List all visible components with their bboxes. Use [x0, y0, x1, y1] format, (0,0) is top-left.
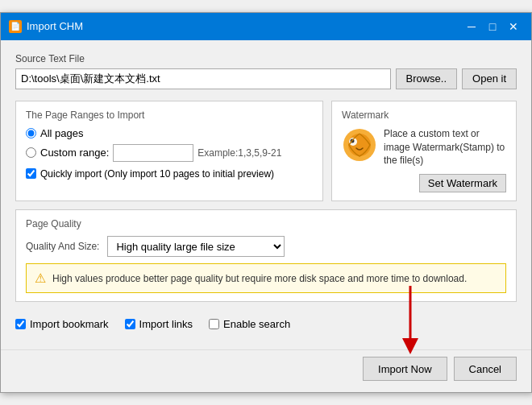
import-links-checkbox[interactable] [125, 319, 135, 329]
custom-range-radio[interactable] [26, 147, 36, 158]
close-button[interactable]: ✕ [504, 18, 523, 35]
file-row: Browse.. Open it [15, 68, 517, 89]
all-pages-radio[interactable] [26, 128, 36, 138]
title-bar-controls: ─ □ ✕ [462, 18, 523, 35]
arrow-icon [394, 286, 426, 358]
import-links-item: Import links [125, 318, 193, 330]
page-ranges-title: The Page Ranges to Import [26, 110, 313, 121]
import-links-label: Import links [139, 318, 193, 330]
title-bar: 📄 Import CHM ─ □ ✕ [1, 13, 531, 40]
maximize-button[interactable]: □ [483, 18, 502, 35]
quickly-import-checkbox[interactable] [26, 168, 36, 179]
window-title: Import CHM [27, 20, 83, 32]
custom-range-label: Custom range: [40, 147, 109, 159]
import-bookmark-label: Import bookmark [30, 318, 109, 330]
quality-panel: Page Quality Quality And Size: High qual… [15, 209, 517, 302]
watermark-panel: Watermark Place a custom text or image W… [331, 101, 517, 201]
set-watermark-button[interactable]: Set Watermark [419, 174, 506, 192]
all-pages-label: All pages [40, 127, 83, 139]
import-bookmark-item: Import bookmark [15, 318, 109, 330]
minimize-button[interactable]: ─ [462, 18, 481, 35]
quickly-import-label: Quickly import (Only import 10 pages to … [40, 168, 274, 180]
watermark-description: Place a custom text or image Watermark(S… [384, 127, 506, 167]
arrow-container [394, 286, 426, 361]
page-ranges-panel: The Page Ranges to Import All pages Cust… [15, 101, 323, 201]
watermark-title: Watermark [342, 110, 389, 121]
window-icon: 📄 [9, 20, 22, 33]
all-pages-row: All pages [26, 127, 313, 139]
file-path-input[interactable] [15, 68, 391, 89]
quality-select[interactable]: High quality large file size Medium qual… [107, 236, 285, 257]
svg-marker-5 [402, 338, 418, 354]
title-bar-left: 📄 Import CHM [9, 20, 83, 33]
dialog-footer: Import Now Cancel [1, 349, 531, 392]
import-bookmark-checkbox[interactable] [15, 319, 26, 329]
custom-range-example: Example:1,3,5,9-21 [197, 147, 281, 159]
custom-range-row: Custom range: Example:1,3,5,9-21 [26, 144, 313, 162]
custom-range-input[interactable] [113, 144, 193, 162]
enable-search-label: Enable search [223, 318, 290, 330]
cancel-button[interactable]: Cancel [454, 357, 517, 381]
source-label: Source Text File [15, 53, 517, 64]
main-window: 📄 Import CHM ─ □ ✕ Source Text File Brow… [0, 12, 532, 393]
browse-button[interactable]: Browse.. [396, 68, 458, 89]
watermark-content: Place a custom text or image Watermark(S… [342, 127, 506, 167]
quality-title: Page Quality [26, 218, 506, 229]
warning-icon: ⚠ [35, 271, 46, 286]
enable-search-checkbox[interactable] [209, 319, 219, 329]
quickly-import-row: Quickly import (Only import 10 pages to … [26, 168, 313, 180]
open-button[interactable]: Open it [462, 68, 517, 89]
warning-text: High values produce better page quality … [52, 273, 467, 284]
enable-search-item: Enable search [209, 318, 290, 330]
checkboxes-row: Import bookmark Import links Enable sear… [15, 310, 517, 337]
watermark-gimp-icon [342, 127, 377, 163]
warning-box: ⚠ High values produce better page qualit… [26, 263, 506, 293]
dialog-content: Source Text File Browse.. Open it The Pa… [1, 40, 531, 349]
page-ranges-watermark-row: The Page Ranges to Import All pages Cust… [15, 101, 517, 201]
quality-row: Quality And Size: High quality large fil… [26, 236, 506, 257]
quality-and-size-label: Quality And Size: [26, 241, 99, 252]
